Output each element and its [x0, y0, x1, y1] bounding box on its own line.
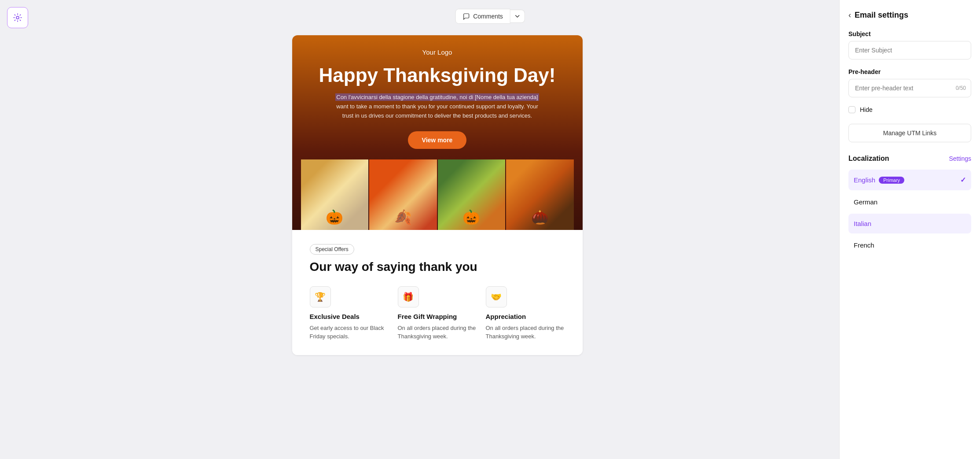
- hero-section: Your Logo Happy Thanksgiving Day! Con l'…: [292, 35, 583, 230]
- offer-name: Appreciation: [486, 313, 565, 320]
- offer-desc: On all orders placed during the Thanksgi…: [398, 324, 477, 341]
- svg-point-0: [16, 16, 19, 19]
- languages-list: English Primary ✓ German Italian French: [848, 170, 971, 255]
- offer-desc: Get early access to our Black Friday spe…: [310, 324, 389, 341]
- pumpkin-decor-3: 🎃: [462, 209, 480, 226]
- lang-name: English: [854, 176, 875, 184]
- offer-item: 🎁 Free Gift Wrapping On all orders place…: [398, 286, 477, 341]
- settings-link[interactable]: Settings: [949, 155, 971, 162]
- hero-title: Happy Thanksgiving Day!: [301, 65, 574, 86]
- offer-name: Exclusive Deals: [310, 313, 389, 320]
- comments-chevron-button[interactable]: [510, 10, 525, 23]
- hide-row: Hide: [848, 106, 971, 113]
- panel-title: Email settings: [855, 11, 908, 20]
- offer-icon: 🎁: [398, 286, 419, 307]
- special-offers-section: Special Offers Our way of saying thank y…: [292, 230, 583, 355]
- hero-subtitle: Con l'avvicinarsi della stagione della g…: [332, 93, 543, 120]
- gear-icon-button[interactable]: [7, 7, 28, 28]
- pumpkin-decor-2: 🍂: [394, 209, 412, 226]
- hero-image-1: 🎃: [301, 159, 370, 230]
- language-item-italian[interactable]: Italian: [848, 214, 971, 233]
- hero-logo: Your Logo: [301, 48, 574, 56]
- offer-name: Free Gift Wrapping: [398, 313, 477, 320]
- lang-name: Italian: [854, 220, 871, 227]
- lang-name: French: [854, 241, 874, 249]
- language-item-french[interactable]: French: [848, 235, 971, 255]
- hero-subtitle-highlight: Con l'avvicinarsi della stagione della g…: [335, 93, 539, 101]
- offer-icon: 🤝: [486, 286, 507, 307]
- panel-header: ‹ Email settings: [848, 11, 971, 20]
- pumpkin-decor-1: 🎃: [326, 209, 343, 226]
- hero-image-3: 🎃: [438, 159, 507, 230]
- hide-label: Hide: [860, 106, 873, 113]
- comments-bar: Comments: [455, 9, 525, 24]
- localization-header: Localization Settings: [848, 155, 971, 163]
- hero-image-4: 🌰: [506, 159, 574, 230]
- main-content: Comments Your Logo Happy Thanksgiving Da…: [35, 0, 839, 459]
- preheader-label: Pre-header: [848, 68, 971, 75]
- language-item-german[interactable]: German: [848, 192, 971, 212]
- language-item-english[interactable]: English Primary ✓: [848, 170, 971, 190]
- back-arrow-icon[interactable]: ‹: [848, 11, 851, 20]
- preheader-input[interactable]: [848, 79, 971, 97]
- hero-image-2: 🍂: [369, 159, 438, 230]
- left-sidebar: [0, 0, 35, 459]
- pumpkin-decor-4: 🌰: [531, 209, 549, 226]
- offers-grid: 🏆 Exclusive Deals Get early access to ou…: [310, 286, 565, 341]
- manage-utm-button[interactable]: Manage UTM Links: [848, 124, 971, 142]
- offer-item: 🏆 Exclusive Deals Get early access to ou…: [310, 286, 389, 341]
- primary-badge: Primary: [879, 177, 904, 184]
- hero-subtitle-rest: want to take a moment to thank you for y…: [336, 103, 538, 119]
- offers-title: Our way of saying thank you: [310, 260, 565, 274]
- view-more-button[interactable]: View more: [408, 131, 467, 149]
- lang-name: German: [854, 198, 877, 206]
- special-tag: Special Offers: [310, 244, 354, 255]
- offer-desc: On all orders placed during the Thanksgi…: [486, 324, 565, 341]
- comments-label: Comments: [473, 13, 503, 20]
- email-preview: Your Logo Happy Thanksgiving Day! Con l'…: [292, 35, 583, 355]
- offer-item: 🤝 Appreciation On all orders placed duri…: [486, 286, 565, 341]
- subject-label: Subject: [848, 30, 971, 37]
- preheader-wrapper: 0/50: [848, 79, 971, 97]
- chevron-down-icon: [515, 14, 520, 19]
- char-count: 0/50: [956, 85, 966, 91]
- hide-checkbox[interactable]: [848, 106, 855, 113]
- comments-button[interactable]: Comments: [455, 9, 510, 24]
- hero-images: 🎃 🍂 🎃 🌰: [301, 159, 574, 230]
- right-panel: ‹ Email settings Subject Pre-header 0/50…: [839, 0, 980, 459]
- gear-icon: [13, 13, 22, 22]
- check-icon: ✓: [960, 176, 966, 184]
- comment-icon: [462, 13, 470, 20]
- localization-title: Localization: [848, 155, 889, 163]
- offer-icon: 🏆: [310, 286, 331, 307]
- subject-input[interactable]: [848, 41, 971, 59]
